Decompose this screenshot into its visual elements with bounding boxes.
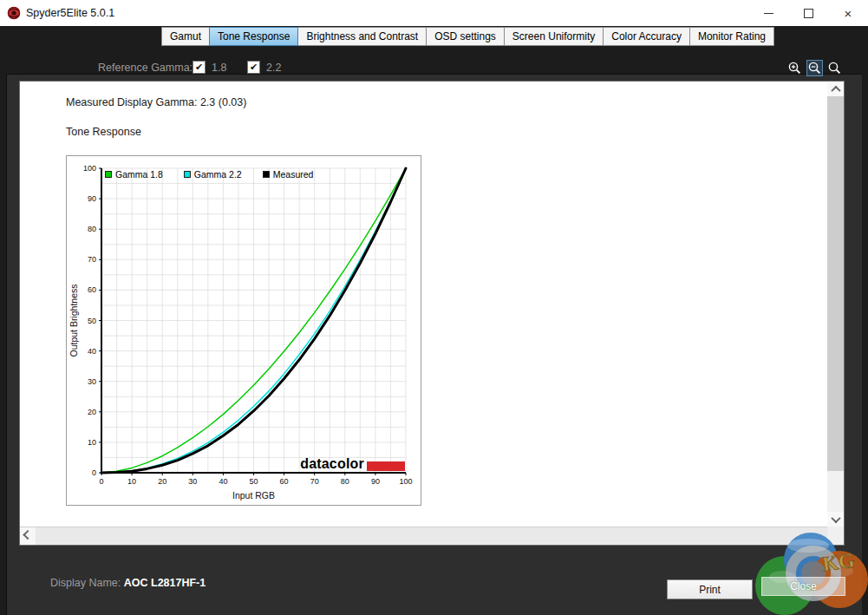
svg-text:0: 0	[99, 477, 103, 486]
legend-swatch-black	[263, 171, 270, 178]
close-window-button[interactable]: ×	[828, 0, 868, 26]
zoom-out-icon	[808, 62, 821, 75]
reference-gamma-1-8-label: 1.8	[212, 62, 226, 74]
svg-text:0: 0	[92, 468, 96, 477]
scroll-left-button[interactable]	[20, 527, 36, 545]
svg-text:40: 40	[88, 347, 96, 356]
spyder-app-icon	[7, 6, 21, 20]
svg-text:90: 90	[88, 194, 96, 203]
legend-label: Gamma 1.8	[115, 169, 163, 180]
reference-gamma-1-8-checkbox[interactable]	[193, 61, 206, 74]
zoom-in-button[interactable]	[786, 60, 803, 76]
maximize-button[interactable]	[788, 0, 828, 26]
svg-text:50: 50	[88, 317, 96, 325]
zoom-out-button[interactable]	[806, 60, 823, 76]
tab-bar: Gamut Tone Response Brightness and Contr…	[162, 27, 774, 46]
svg-text:20: 20	[88, 408, 96, 416]
zoom-toolbar	[786, 60, 843, 76]
window-title: Spyder5Elite 5.0.1	[26, 0, 114, 26]
reference-gamma-2-2-label: 2.2	[266, 62, 281, 74]
svg-text:20: 20	[158, 477, 166, 486]
chart-plot: 0102030405060708090100010203040506070809…	[67, 156, 421, 505]
zoom-reset-icon	[828, 62, 841, 75]
reference-gamma-2-2-checkbox[interactable]	[247, 61, 260, 74]
svg-text:Output Brightness: Output Brightness	[69, 284, 79, 357]
minimize-button[interactable]	[748, 0, 788, 26]
zoom-in-icon	[788, 62, 801, 75]
tab-color-accuracy[interactable]: Color Accuracy	[603, 27, 690, 46]
svg-text:100: 100	[399, 477, 412, 486]
svg-text:10: 10	[88, 438, 96, 447]
svg-text:80: 80	[341, 477, 349, 486]
svg-text:Input RGB: Input RGB	[232, 490, 275, 501]
close-button[interactable]: Close	[761, 577, 845, 596]
tab-osd-settings[interactable]: OSD settings	[426, 27, 505, 46]
minimize-icon	[764, 13, 773, 14]
tab-screen-uniformity[interactable]: Screen Uniformity	[504, 27, 604, 46]
vertical-scrollbar[interactable]	[827, 82, 844, 527]
window-controls: ×	[748, 0, 868, 26]
svg-text:30: 30	[88, 377, 96, 386]
display-name-label: Display Name:	[50, 577, 121, 589]
scroll-down-button[interactable]	[827, 512, 844, 527]
chart-section-title: Tone Response	[66, 126, 141, 138]
legend-swatch-cyan	[184, 171, 191, 178]
spyder5elite-window: Spyder5Elite 5.0.1 × Gamut Tone Response…	[0, 0, 868, 615]
svg-text:60: 60	[88, 285, 96, 294]
svg-text:50: 50	[249, 477, 258, 486]
chevron-up-icon	[831, 85, 840, 95]
chart-legend: Gamma 1.8 Gamma 2.2 Measured	[105, 169, 313, 180]
legend-item-measured: Measured	[263, 169, 314, 180]
display-name-value: AOC L2817HF-1	[124, 577, 206, 589]
svg-text:70: 70	[310, 477, 319, 486]
svg-text:40: 40	[219, 477, 227, 486]
svg-text:10: 10	[127, 477, 136, 486]
zoom-reset-button[interactable]	[826, 60, 843, 76]
legend-swatch-green	[105, 171, 112, 178]
tab-monitor-rating[interactable]: Monitor Rating	[689, 27, 774, 46]
scrollbar-corner	[827, 527, 844, 545]
reference-gamma-label: Reference Gamma:	[98, 62, 193, 74]
tab-brightness-and-contrast[interactable]: Brightness and Contrast	[297, 27, 427, 46]
maximize-icon	[804, 9, 813, 18]
svg-text:60: 60	[280, 477, 289, 486]
datacolor-logo-red-bar	[367, 461, 405, 471]
svg-text:90: 90	[371, 477, 380, 486]
legend-label: Gamma 2.2	[194, 169, 242, 180]
tone-response-chart: 0102030405060708090100010203040506070809…	[66, 155, 421, 506]
tab-tone-response[interactable]: Tone Response	[209, 27, 298, 46]
datacolor-logo-text: datacolor	[300, 457, 364, 471]
svg-text:30: 30	[188, 477, 197, 486]
title-bar: Spyder5Elite 5.0.1 ×	[0, 0, 868, 26]
close-icon: ×	[845, 7, 852, 20]
measured-gamma-text: Measured Display Gamma: 2.3 (0.03)	[66, 96, 246, 108]
scroll-up-button[interactable]	[827, 82, 844, 96]
display-name: Display Name: AOC L2817HF-1	[50, 577, 206, 589]
horizontal-scrollbar[interactable]	[20, 527, 827, 545]
legend-label: Measured	[273, 169, 314, 180]
svg-text:70: 70	[88, 255, 96, 264]
chevron-down-icon	[831, 513, 840, 522]
datacolor-logo: datacolor	[300, 457, 405, 474]
legend-item-gamma-2-2: Gamma 2.2	[184, 169, 242, 180]
vertical-scrollbar-thumb[interactable]	[827, 96, 844, 471]
svg-text:100: 100	[83, 164, 96, 173]
chevron-left-icon	[23, 530, 32, 540]
tab-gamut[interactable]: Gamut	[161, 27, 210, 46]
svg-text:80: 80	[88, 225, 96, 233]
report-panel: Measured Display Gamma: 2.3 (0.03) Tone …	[19, 81, 845, 546]
legend-item-gamma-1-8: Gamma 1.8	[105, 169, 163, 180]
print-button[interactable]: Print	[667, 579, 753, 599]
